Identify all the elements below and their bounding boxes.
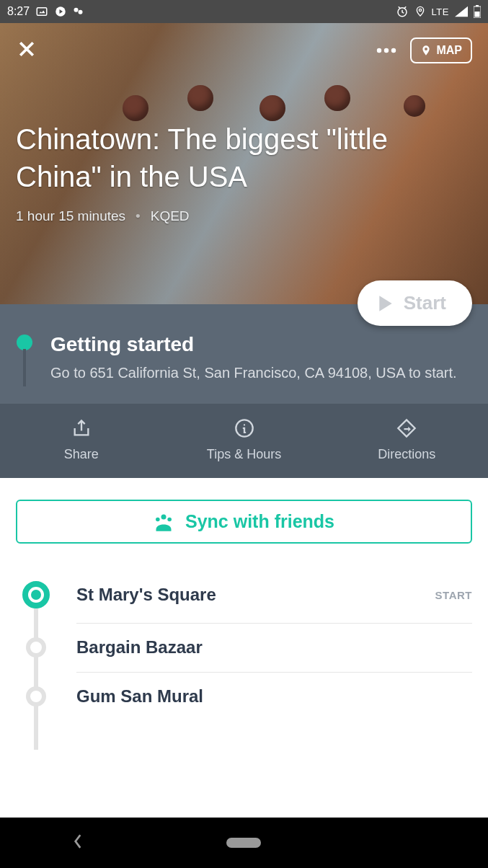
svg-point-13	[161, 514, 167, 519]
close-icon	[16, 38, 37, 60]
home-button[interactable]	[226, 838, 261, 848]
stop-tag: START	[435, 589, 472, 601]
more-button[interactable]	[376, 44, 397, 57]
share-button[interactable]: Share	[0, 404, 163, 478]
status-time: 8:27	[7, 5, 30, 18]
list-item[interactable]: St Mary's Square START	[16, 567, 472, 623]
panel-pin-icon	[17, 335, 32, 350]
stop-marker-icon	[26, 686, 46, 707]
tour-duration: 1 hour 15 minutes	[16, 208, 125, 224]
svg-point-3	[79, 10, 83, 14]
alarm-icon	[396, 5, 409, 18]
signal-icon	[455, 6, 468, 17]
stop-name: St Mary's Square	[76, 585, 415, 605]
svg-point-11	[391, 48, 396, 53]
status-bar: 8:27 LTE	[0, 0, 488, 23]
share-icon	[71, 418, 92, 438]
play-icon	[378, 294, 394, 313]
panel-body: Go to 651 California St, San Francisco, …	[50, 363, 457, 383]
group-icon	[154, 513, 174, 531]
stop-name: Bargain Bazaar	[76, 637, 472, 657]
page-title: Chinatown: The biggest "little China" in…	[16, 120, 472, 195]
share-label: Share	[0, 447, 163, 462]
directions-label: Directions	[325, 447, 488, 462]
directions-icon	[396, 418, 417, 438]
stops-list: St Mary's Square START Bargain Bazaar Gu…	[16, 567, 472, 721]
stop-name: Gum San Mural	[76, 686, 472, 707]
sync-friends-button[interactable]: Sync with friends	[16, 500, 472, 544]
system-nav-bar	[0, 818, 488, 868]
start-button[interactable]: Start	[358, 280, 472, 326]
start-button-label: Start	[404, 292, 446, 314]
meta-separator: •	[136, 208, 141, 224]
svg-point-2	[74, 8, 79, 12]
hero: MAP Chinatown: The biggest "little China…	[0, 23, 488, 304]
svg-point-9	[377, 48, 381, 53]
browser-icon	[54, 5, 67, 18]
battery-icon	[474, 5, 481, 18]
info-icon	[234, 418, 254, 438]
tips-hours-button[interactable]: Tips & Hours	[163, 404, 326, 478]
list-item[interactable]: Bargain Bazaar	[16, 623, 472, 672]
directions-button[interactable]: Directions	[325, 404, 488, 478]
svg-point-10	[384, 48, 389, 53]
back-button[interactable]	[71, 833, 84, 852]
map-button[interactable]: MAP	[410, 37, 472, 63]
map-button-label: MAP	[436, 44, 462, 57]
sync-friends-label: Sync with friends	[185, 511, 334, 532]
close-button[interactable]	[16, 38, 37, 63]
stop-marker-icon	[26, 637, 46, 657]
content-area: Sync with friends St Mary's Square START…	[0, 478, 488, 818]
link-icon	[73, 6, 86, 17]
tips-hours-label: Tips & Hours	[163, 447, 326, 462]
tour-source: KQED	[151, 208, 190, 224]
svg-rect-8	[475, 12, 480, 17]
panel-heading: Getting started	[50, 333, 457, 356]
network-label: LTE	[432, 6, 449, 17]
svg-point-5	[419, 9, 421, 11]
svg-rect-7	[476, 5, 479, 6]
svg-point-15	[167, 517, 172, 521]
stop-start-marker-icon	[22, 581, 50, 608]
location-icon	[414, 5, 426, 18]
svg-rect-0	[37, 8, 47, 16]
svg-point-14	[156, 517, 160, 521]
image-icon	[35, 5, 48, 18]
list-item[interactable]: Gum San Mural	[16, 672, 472, 721]
chevron-left-icon	[71, 833, 84, 849]
more-horizontal-icon	[376, 47, 397, 54]
pin-icon	[420, 43, 432, 58]
actions-row: Share Tips & Hours Directions	[0, 404, 488, 478]
